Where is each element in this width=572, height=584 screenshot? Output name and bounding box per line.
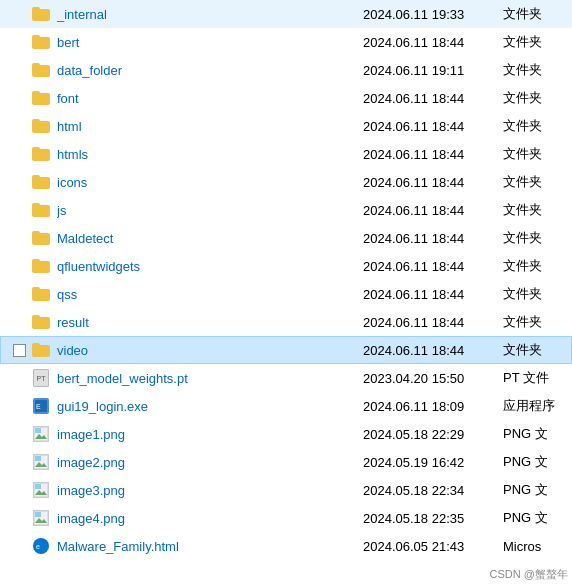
folder-icon [29, 147, 53, 161]
file-date: 2024.06.11 18:44 [363, 147, 503, 162]
file-list: _internal2024.06.11 19:33文件夹bert2024.06.… [0, 0, 572, 560]
file-type: 文件夹 [503, 285, 563, 303]
file-type: 文件夹 [503, 229, 563, 247]
svg-rect-12 [35, 512, 41, 517]
file-name[interactable]: js [57, 203, 363, 218]
folder-icon [29, 119, 53, 133]
file-date: 2024.06.11 18:44 [363, 119, 503, 134]
list-item[interactable]: video2024.06.11 18:44文件夹 [0, 336, 572, 364]
file-date: 2024.06.05 21:43 [363, 539, 503, 554]
list-item[interactable]: image2.png2024.05.19 16:42PNG 文 [0, 448, 572, 476]
list-item[interactable]: font2024.06.11 18:44文件夹 [0, 84, 572, 112]
file-date: 2024.06.11 18:44 [363, 91, 503, 106]
file-type: 文件夹 [503, 257, 563, 275]
list-item[interactable]: Maldetect2024.06.11 18:44文件夹 [0, 224, 572, 252]
checkbox-cell [9, 344, 29, 357]
file-date: 2024.05.19 16:42 [363, 455, 503, 470]
file-name[interactable]: image1.png [57, 427, 363, 442]
checkbox[interactable] [13, 344, 26, 357]
file-type: PNG 文 [503, 481, 563, 499]
file-type: 文件夹 [503, 341, 563, 359]
file-date: 2024.06.11 18:44 [363, 315, 503, 330]
file-date: 2024.06.11 18:44 [363, 175, 503, 190]
list-item[interactable]: html2024.06.11 18:44文件夹 [0, 112, 572, 140]
list-item[interactable]: Egui19_login.exe2024.06.11 18:09应用程序 [0, 392, 572, 420]
list-item[interactable]: qss2024.06.11 18:44文件夹 [0, 280, 572, 308]
png-icon [29, 454, 53, 470]
html-icon: e [29, 538, 53, 554]
png-icon [29, 426, 53, 442]
svg-rect-9 [35, 484, 41, 489]
folder-icon [29, 231, 53, 245]
file-date: 2024.06.11 19:11 [363, 63, 503, 78]
file-type: 文件夹 [503, 313, 563, 331]
folder-icon [29, 259, 53, 273]
list-item[interactable]: htmls2024.06.11 18:44文件夹 [0, 140, 572, 168]
folder-icon [29, 175, 53, 189]
list-item[interactable]: js2024.06.11 18:44文件夹 [0, 196, 572, 224]
list-item[interactable]: image1.png2024.05.18 22:29PNG 文 [0, 420, 572, 448]
list-item[interactable]: image3.png2024.05.18 22:34PNG 文 [0, 476, 572, 504]
file-name[interactable]: html [57, 119, 363, 134]
folder-icon [29, 343, 53, 357]
file-type: 文件夹 [503, 201, 563, 219]
file-name[interactable]: image2.png [57, 455, 363, 470]
list-item[interactable]: data_folder2024.06.11 19:11文件夹 [0, 56, 572, 84]
file-date: 2024.06.11 19:33 [363, 7, 503, 22]
svg-text:E: E [36, 403, 41, 410]
file-name[interactable]: image3.png [57, 483, 363, 498]
file-name[interactable]: bert_model_weights.pt [57, 371, 363, 386]
file-type: 文件夹 [503, 145, 563, 163]
file-name[interactable]: icons [57, 175, 363, 190]
file-name[interactable]: video [57, 343, 363, 358]
file-name[interactable]: bert [57, 35, 363, 50]
file-type: 文件夹 [503, 117, 563, 135]
file-name[interactable]: Malware_Family.html [57, 539, 363, 554]
file-name[interactable]: _internal [57, 7, 363, 22]
file-name[interactable]: htmls [57, 147, 363, 162]
file-type: 文件夹 [503, 5, 563, 23]
list-item[interactable]: qfluentwidgets2024.06.11 18:44文件夹 [0, 252, 572, 280]
file-date: 2024.06.11 18:44 [363, 287, 503, 302]
folder-icon [29, 91, 53, 105]
folder-icon [29, 203, 53, 217]
list-item[interactable]: bert2024.06.11 18:44文件夹 [0, 28, 572, 56]
file-name[interactable]: data_folder [57, 63, 363, 78]
file-type: 应用程序 [503, 397, 563, 415]
file-name[interactable]: font [57, 91, 363, 106]
list-item[interactable]: _internal2024.06.11 19:33文件夹 [0, 0, 572, 28]
file-date: 2023.04.20 15:50 [363, 371, 503, 386]
file-date: 2024.06.11 18:09 [363, 399, 503, 414]
list-item[interactable]: eMalware_Family.html2024.06.05 21:43Micr… [0, 532, 572, 560]
file-date: 2024.05.18 22:29 [363, 427, 503, 442]
svg-text:e: e [36, 543, 40, 550]
svg-rect-3 [35, 428, 41, 433]
folder-icon [29, 287, 53, 301]
png-icon [29, 510, 53, 526]
file-date: 2024.06.11 18:44 [363, 343, 503, 358]
file-type: PNG 文 [503, 425, 563, 443]
file-name[interactable]: Maldetect [57, 231, 363, 246]
svg-rect-6 [35, 456, 41, 461]
file-name[interactable]: gui19_login.exe [57, 399, 363, 414]
list-item[interactable]: image4.png2024.05.18 22:35PNG 文 [0, 504, 572, 532]
pt-icon: PT [29, 369, 53, 387]
folder-icon [29, 63, 53, 77]
file-date: 2024.06.11 18:44 [363, 259, 503, 274]
exe-icon: E [29, 398, 53, 414]
file-date: 2024.05.18 22:34 [363, 483, 503, 498]
file-type: 文件夹 [503, 173, 563, 191]
file-type: 文件夹 [503, 61, 563, 79]
file-type: 文件夹 [503, 89, 563, 107]
list-item[interactable]: PTbert_model_weights.pt2023.04.20 15:50P… [0, 364, 572, 392]
list-item[interactable]: result2024.06.11 18:44文件夹 [0, 308, 572, 336]
file-type: 文件夹 [503, 33, 563, 51]
list-item[interactable]: icons2024.06.11 18:44文件夹 [0, 168, 572, 196]
file-name[interactable]: qss [57, 287, 363, 302]
file-type: PT 文件 [503, 369, 563, 387]
file-name[interactable]: image4.png [57, 511, 363, 526]
file-date: 2024.05.18 22:35 [363, 511, 503, 526]
file-name[interactable]: qfluentwidgets [57, 259, 363, 274]
file-name[interactable]: result [57, 315, 363, 330]
folder-icon [29, 7, 53, 21]
